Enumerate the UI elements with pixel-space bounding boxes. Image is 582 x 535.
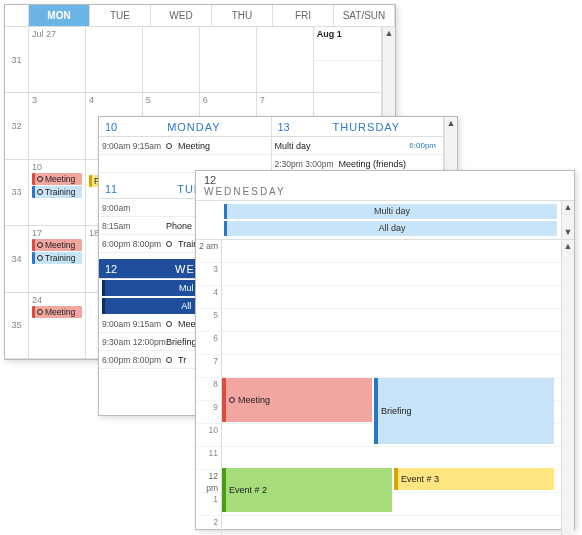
allday-row[interactable]: Multi day 6:00pm <box>272 137 444 155</box>
week-number: 34 <box>5 226 29 292</box>
week-number-gutter-header <box>5 5 29 26</box>
month-header-tue[interactable]: TUE <box>90 5 151 26</box>
month-cell[interactable]: 10 Meeting Training <box>29 160 86 226</box>
time-slot[interactable] <box>222 332 561 355</box>
month-header-mon[interactable]: MON <box>29 5 90 26</box>
day-number: 5 <box>146 95 196 105</box>
day-number: 3 <box>32 95 82 105</box>
month-header-wed[interactable]: WED <box>151 5 212 26</box>
event-chip-training[interactable]: Training <box>32 186 82 198</box>
event-chip-meeting[interactable]: Meeting <box>32 173 82 185</box>
event-chip-training[interactable]: Training <box>32 252 82 264</box>
day-name: MONDAY <box>123 121 264 133</box>
day-number: 17 <box>32 228 82 238</box>
day-number: 11 <box>105 183 117 195</box>
day-event[interactable]: Meeting <box>222 378 372 422</box>
event-label: Meeting <box>178 141 268 151</box>
day-name: THURSDAY <box>296 121 437 133</box>
month-cell[interactable] <box>86 27 143 93</box>
event-chip-meeting[interactable]: Meeting <box>32 306 82 318</box>
recurrence-icon <box>37 255 43 261</box>
time-slot[interactable] <box>222 240 561 263</box>
day-header[interactable]: 10 MONDAY <box>99 117 271 137</box>
day-event[interactable]: Briefing <box>374 378 554 444</box>
month-header-satsun[interactable]: SAT/SUN <box>334 5 395 26</box>
allday-scrollbar[interactable]: ▲ ▼ <box>561 201 574 240</box>
event-chip-meeting[interactable]: Meeting <box>32 239 82 251</box>
event-end-time: 6:00pm <box>409 141 440 151</box>
month-header-thu[interactable]: THU <box>212 5 273 26</box>
satsun-divider <box>314 60 381 61</box>
week-number: 32 <box>5 93 29 159</box>
time-gutter: 2 am3456789101112 pm12345678910 <box>196 240 222 535</box>
scroll-up-icon[interactable]: ▲ <box>385 29 394 38</box>
scroll-down-icon[interactable]: ▼ <box>564 228 573 237</box>
recurrence-icon <box>229 397 235 403</box>
scroll-up-icon[interactable]: ▲ <box>564 203 573 212</box>
day-header[interactable]: 12 WEDNESDAY <box>196 171 574 201</box>
scroll-up-icon[interactable]: ▲ <box>447 119 456 128</box>
recurrence-icon <box>166 161 172 167</box>
recurrence-icon <box>37 309 43 315</box>
recurrence-icon <box>166 143 172 149</box>
day-event[interactable]: Event # 3 <box>394 468 554 490</box>
time-label: 2 am <box>196 240 221 263</box>
recurrence-icon <box>37 176 43 182</box>
event-label: Event # 3 <box>401 474 439 484</box>
event-time: 2:30pm 3:00pm <box>275 159 333 169</box>
month-cell[interactable]: 3 <box>29 93 86 159</box>
recurrence-icon <box>37 189 43 195</box>
day-number: Aug 1 <box>317 29 378 39</box>
allday-event[interactable]: All day <box>224 221 557 236</box>
month-header-fri[interactable]: FRI <box>273 5 334 26</box>
month-header-row: MON TUE WED THU FRI SAT/SUN <box>5 5 395 27</box>
day-name: WEDNESDAY <box>204 186 566 197</box>
day-header[interactable]: 13 THURSDAY <box>272 117 444 137</box>
time-label: 8 <box>196 378 221 401</box>
event-time: 6:00pm 8:00pm <box>102 159 160 169</box>
month-cell[interactable]: 24 Meeting <box>29 293 86 359</box>
day-number: Jul 27 <box>32 29 82 39</box>
month-cell[interactable] <box>143 27 200 93</box>
event-row[interactable]: 9:00am 9:15am Meeting <box>99 137 271 155</box>
time-label: 7 <box>196 355 221 378</box>
month-cell[interactable]: 17 Meeting Training <box>29 226 86 292</box>
day-number: 7 <box>260 95 310 105</box>
day-number: 10 <box>105 121 117 133</box>
event-chip-label: Meeting <box>45 174 75 184</box>
time-slot[interactable] <box>222 286 561 309</box>
day-number: 12 <box>204 174 566 186</box>
day-event[interactable]: Event # 2 <box>222 468 392 512</box>
week-number: 33 <box>5 160 29 226</box>
event-label: Meeting <box>238 395 270 405</box>
recurrence-icon <box>166 357 172 363</box>
time-label: 5 <box>196 309 221 332</box>
time-label: 9 <box>196 401 221 424</box>
time-slot[interactable] <box>222 516 561 535</box>
time-label: 6 <box>196 332 221 355</box>
month-cell[interactable] <box>200 27 257 93</box>
time-label: 3 <box>196 263 221 286</box>
recurrence-icon <box>37 242 43 248</box>
event-label: Event # 2 <box>229 485 267 495</box>
day-scrollbar[interactable]: ▲ ▼ <box>561 240 574 535</box>
event-chip-label: Meeting <box>45 240 75 250</box>
event-time: 9:00am 9:15am <box>102 319 160 329</box>
week-number: 35 <box>5 293 29 359</box>
scroll-up-icon[interactable]: ▲ <box>564 242 573 251</box>
week-number: 31 <box>5 27 29 93</box>
recurrence-icon <box>166 321 172 327</box>
time-slot[interactable] <box>222 355 561 378</box>
month-cell[interactable] <box>257 27 314 93</box>
month-cell[interactable]: Jul 27 <box>29 27 86 93</box>
time-slot[interactable] <box>222 447 561 470</box>
time-label: 11 <box>196 447 221 470</box>
time-slot[interactable] <box>222 263 561 286</box>
time-label: 2 <box>196 516 221 535</box>
event-time: 6:00pm 8:00pm <box>102 355 160 365</box>
time-slot[interactable] <box>222 309 561 332</box>
event-time: 8:15am <box>102 221 160 231</box>
allday-event[interactable]: Multi day <box>224 204 557 219</box>
month-cell[interactable]: Aug 1 <box>314 27 382 93</box>
day-grid[interactable]: MeetingBriefingEvent # 2Event # 3Trainin… <box>222 240 561 535</box>
